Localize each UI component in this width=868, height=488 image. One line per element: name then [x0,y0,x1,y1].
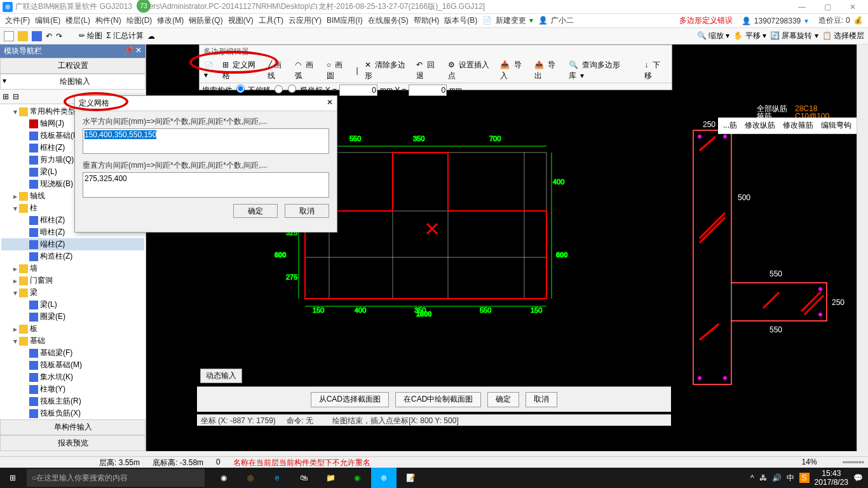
phone-number[interactable]: 👤 13907298339 ▾ [740,17,810,25]
tab-project-settings[interactable]: 工程设置 [0,58,146,74]
menu-online[interactable]: 在线服务(S) [367,15,410,26]
expand-icon[interactable]: ⊞ [3,92,9,101]
tray-volume-icon[interactable]: 🔊 [772,473,782,482]
tray-ime[interactable]: 中 [787,473,794,484]
menu-floor[interactable]: 楼层(L) [64,15,92,26]
tab-report-preview[interactable]: 报表预览 [0,435,146,451]
tab-draw-input[interactable]: 绘图输入 ▾ [0,74,146,90]
app-edge[interactable]: e [264,468,290,488]
radio-opt2[interactable] [273,85,284,95]
poly-line[interactable]: ╱画线 [266,60,290,81]
new-icon[interactable] [4,31,14,41]
tab-single-component[interactable]: 单构件输入 [0,419,146,435]
tree-item[interactable]: 构造柱(Z) [1,250,144,262]
tree-item[interactable]: 筏板基础(M) [1,359,144,371]
tray-notifications-icon[interactable]: 💬 [853,473,863,482]
y-input[interactable] [409,85,447,96]
menu-version[interactable]: 版本号(B) [443,15,478,26]
taskbar-search[interactable]: ○ 在这里输入你要搜索的内容 [27,469,205,487]
tab-rebar[interactable]: ...筋 [723,120,737,131]
tree-item[interactable]: ▸门窗洞 [1,274,144,287]
zoom-button[interactable]: 🔍 缩放 ▾ [697,30,730,41]
tree-item[interactable]: 筏板主筋(R) [1,395,144,407]
rotate-button[interactable]: 🔄 屏幕旋转 ▾ [770,30,818,41]
poly-insert[interactable]: ⚙ 设置插入点 [446,60,496,81]
poly-arc[interactable]: ◠ 画弧 [293,60,322,81]
tree-item[interactable]: 圈梁(E) [1,311,144,323]
maximize-button[interactable]: ▢ [815,3,840,11]
poly-query[interactable]: 🔍 查询多边形库 ▾ [567,60,632,81]
tree-item[interactable]: ▾梁 [1,287,144,299]
right-section-view[interactable]: 全部纵筋 箍筋 28C18 C10@100 250 500 [674,92,852,410]
poly-clear[interactable]: ✕ 清除多边形 [363,60,412,81]
menu-rebar[interactable]: 钢筋量(Q) [187,15,224,26]
app-store[interactable]: 🛍 [291,468,316,488]
poly-import[interactable]: 📥 导入 [498,60,530,81]
select-floor-button[interactable]: 📋 选择楼层 [822,30,864,41]
menu-bim[interactable]: BIM应用(I) [325,15,364,26]
tab-edit-hook[interactable]: 编辑弯钩 [821,120,851,131]
sidebar-pin-icon[interactable]: 📌 ✕ [124,46,142,57]
radio-no-offset[interactable]: 不偏移 [235,85,271,96]
undo-icon[interactable]: ↶ [46,32,52,41]
bottom-cancel-button[interactable]: 取消 [526,392,557,407]
menu-cloud[interactable]: 云应用(Y) [287,15,323,26]
app-explorer[interactable]: 📁 [318,468,343,488]
h-spacing-input[interactable]: 150,400,350,550,150 [83,128,329,154]
tree-item[interactable]: 柱墩(Y) [1,383,144,395]
dialog-ok-button[interactable]: 确定 [233,204,278,218]
dialog-cancel-button[interactable]: 取消 [285,204,329,218]
menu-edit[interactable]: 编辑(E) [34,15,62,26]
draw-button[interactable]: ✏ 绘图 [79,30,102,41]
tree-item[interactable]: 筏板负筋(X) [1,407,144,419]
poly-define-grid[interactable]: ⊞ 定义网格 [220,60,263,81]
poly-undo[interactable]: ↶ 回退 [414,60,443,81]
app-browser[interactable]: ◎ [238,468,263,488]
menu-modify[interactable]: 修改(M) [156,15,185,26]
menu-file[interactable]: 文件(F) [4,15,31,26]
app-360[interactable]: ◉ [344,468,370,488]
tree-item[interactable]: ▾基础 [1,335,144,347]
tray-clock[interactable]: 15:432017/8/23 [815,469,848,487]
tree-item[interactable]: ▸墙 [1,262,144,274]
tree-item[interactable]: 梁(L) [1,299,144,311]
poly-down[interactable]: ↓ 下移 [642,60,669,81]
redo-icon[interactable]: ↷ [56,32,62,41]
menu-draw[interactable]: 绘图(D) [125,15,154,26]
tray-expand-icon[interactable]: ^ [750,473,754,482]
menu-component[interactable]: 构件(N) [94,15,123,26]
open-icon[interactable] [18,31,28,41]
save-icon[interactable] [32,31,42,41]
tree-item[interactable]: ▸板 [1,323,144,335]
menu-tools[interactable]: 工具(T) [257,15,285,26]
poly-new[interactable]: 📄▾ [202,62,218,79]
tray-sogou[interactable]: S [799,473,810,483]
bottom-ok-button[interactable]: 确定 [487,392,519,407]
cloud-icon[interactable]: ☁ [147,32,155,41]
tree-item[interactable]: 端柱(Z) [1,238,144,250]
menu-help[interactable]: 帮助(H) [412,15,441,26]
poly-export[interactable]: 📤 导出 [532,60,564,81]
tree-item[interactable]: 基础梁(F) [1,347,144,359]
collapse-icon[interactable]: ⊟ [13,92,19,101]
radio-polar[interactable]: 极坐标 [287,85,322,96]
app-notes[interactable]: 📝 [398,468,423,488]
x-input[interactable] [339,85,377,96]
minimize-button[interactable]: — [789,3,815,11]
cad-draw-button[interactable]: 在CAD中绘制截面图 [395,392,481,407]
start-button[interactable]: ⊞ [0,468,25,488]
app-cortana[interactable]: ◉ [211,468,236,488]
vertical-scrollbar[interactable] [857,44,868,451]
tab-modify-long[interactable]: 修改纵筋 [745,120,775,131]
dialog-close-button[interactable]: ✕ [327,98,333,109]
sum-button[interactable]: Σ 汇总计算 [106,30,144,41]
tray-network-icon[interactable]: 🖧 [759,473,767,482]
tree-item[interactable]: 集水坑(K) [1,371,144,383]
close-button[interactable]: ✕ [840,3,865,11]
poly-circle[interactable]: ○ 画圆 [325,60,352,81]
pan-button[interactable]: ✋ 平移 ▾ [733,30,766,41]
tab-modify-stirrup[interactable]: 修改箍筋 [783,120,813,131]
menu-view[interactable]: 视图(V) [227,15,255,26]
user-label[interactable]: 👤 广小二 [537,15,576,26]
v-spacing-input[interactable]: 275,325,400 [83,172,329,198]
